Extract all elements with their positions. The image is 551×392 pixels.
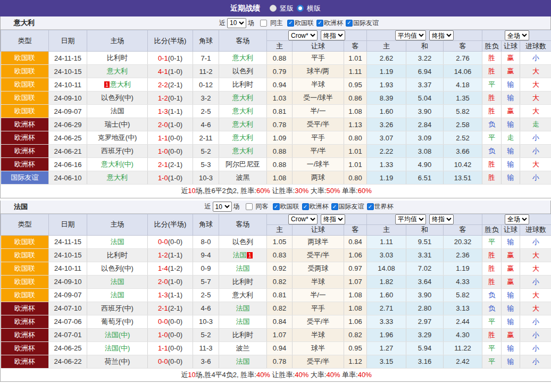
corner-cell: 4-6	[193, 118, 219, 131]
avg-home-odds: 1.11	[367, 235, 406, 248]
corner-cell: 10-3	[193, 171, 219, 185]
league-checkbox[interactable]: ✓	[302, 203, 309, 210]
col-away: 客场	[219, 214, 267, 235]
same-side-checkbox[interactable]	[246, 203, 253, 210]
fulltime-scope-select[interactable]: 全场	[505, 30, 529, 40]
league-checkbox[interactable]: ✓	[331, 203, 338, 210]
vertical-layout-radio[interactable]	[270, 5, 277, 12]
home-team-cell: 法国	[87, 105, 148, 118]
avg-odds-time-select[interactable]: 终指	[429, 30, 454, 40]
match-row: 欧洲杯 24-06-22 荷兰(中) 0-0(0-0) 3-6 法国 0.78 …	[1, 355, 551, 368]
fulltime-score: 1-0	[158, 174, 168, 182]
fulltime-score: 0-1	[158, 54, 168, 62]
result-wdl: 胜	[482, 328, 502, 341]
avg-draw-odds: 3.64	[406, 275, 444, 288]
match-type-badge: 欧国联	[1, 91, 49, 105]
result-goals: 大	[520, 302, 551, 315]
avg-company-select[interactable]: 平均值	[395, 214, 426, 224]
summary-segment: 让胜率:	[270, 187, 295, 195]
col-result-goals: 进球数	[520, 224, 551, 235]
fulltime-scope-select[interactable]: 全场	[505, 214, 529, 224]
avg-away-odds: 20.32	[444, 235, 482, 248]
team-section: 意大利 近 10 场 同主 ✓欧国联✓欧洲杯✓国际友谊	[0, 16, 551, 198]
fulltime-score: 1-3	[158, 291, 168, 299]
result-wdl: 负	[482, 118, 502, 131]
same-side-label: 同主	[270, 19, 283, 28]
league-checkbox[interactable]: ✓	[346, 20, 353, 27]
halftime-score: (0-0)	[168, 134, 182, 142]
match-count-select[interactable]: 10	[227, 18, 246, 28]
match-type-badge: 欧国联	[1, 65, 49, 78]
result-wdl: 平	[482, 235, 502, 248]
fulltime-score: 2-2	[158, 81, 168, 89]
avg-away-odds: 2.58	[444, 118, 482, 131]
crow-odds-time-select[interactable]: 终指	[321, 214, 345, 224]
horizontal-layout-radio[interactable]	[297, 5, 304, 12]
summary-segment: 单率:	[340, 187, 357, 195]
away-team-cell: 意大利	[219, 91, 267, 105]
home-team-name: 以色列(中)	[101, 264, 133, 272]
result-handicap: 输	[502, 315, 520, 328]
avg-draw-odds: 6.51	[406, 171, 444, 185]
away-team-cell: 意大利	[219, 131, 267, 145]
vertical-layout-label: 竖版	[280, 4, 294, 13]
league-checkbox[interactable]: ✓	[316, 20, 323, 27]
away-team-name: 波黑	[236, 173, 250, 181]
avg-odds-time-select[interactable]: 终指	[429, 214, 454, 224]
score-cell: 1-4(1-2)	[148, 262, 193, 275]
col-avg-draw: 和	[406, 224, 444, 235]
crow-company-select[interactable]: Crow*	[288, 214, 318, 224]
summary-segment: 60%	[256, 187, 270, 195]
avg-away-odds: 4.18	[444, 78, 482, 91]
halftime-score: (1-0)	[168, 278, 182, 286]
result-wdl: 胜	[482, 262, 502, 275]
corner-cell: 0-12	[193, 78, 219, 91]
avg-home-odds: 3.15	[367, 355, 406, 368]
match-type-badge: 欧洲杯	[1, 341, 49, 355]
avg-company-select[interactable]: 平均值	[395, 30, 426, 40]
halftime-score: (2-1)	[168, 161, 182, 169]
halftime-score: (2-1)	[168, 304, 182, 312]
crow-company-select[interactable]: Crow*	[288, 30, 318, 40]
avg-home-odds: 14.08	[367, 262, 406, 275]
home-team-cell: 1意大利	[87, 78, 148, 91]
crow-handicap-line: 受平/半	[293, 248, 344, 262]
col-type: 类型	[1, 30, 49, 52]
fulltime-score: 1-1	[158, 344, 168, 352]
crow-odds-time-select[interactable]: 终指	[321, 30, 345, 40]
fulltime-score: 1-0	[158, 147, 168, 155]
league-checkbox[interactable]: ✓	[287, 20, 294, 27]
league-checkbox[interactable]: ✓	[367, 203, 374, 210]
match-count-select[interactable]: 10	[213, 202, 232, 212]
same-side-checkbox[interactable]	[260, 20, 267, 27]
crow-away-odds: 1.11	[344, 65, 367, 78]
summary-segment: 60%	[358, 187, 372, 195]
away-team-cell: 波黑	[219, 171, 267, 185]
result-wdl: 胜	[482, 105, 502, 118]
league-checkbox[interactable]: ✓	[273, 203, 280, 210]
recent-label: 近	[205, 202, 211, 211]
fulltime-score: 1-2	[158, 94, 168, 102]
result-goals: 大	[520, 288, 551, 302]
league-label: 欧洲杯	[310, 202, 329, 211]
home-team-cell: 法国	[87, 275, 148, 288]
summary-segment: 大率:	[308, 187, 326, 195]
summary-segment: 40%	[358, 371, 372, 379]
results-table: 类型 日期 主场 比分(半场) 角球 客场 Crow*终指 平均值终指 全场	[1, 214, 551, 382]
crow-handicap-line: 平/半	[293, 145, 344, 158]
score-cell: 1-0(0-0)	[148, 145, 193, 158]
league-filters: ✓欧国联✓欧洲杯✓国际友谊✓世界杯	[270, 202, 394, 211]
col-home: 主场	[87, 30, 148, 52]
avg-away-odds: 1.35	[444, 91, 482, 105]
crow-home-odds: 1.08	[267, 171, 293, 185]
result-goals: 大	[520, 65, 551, 78]
avg-draw-odds: 2.80	[406, 302, 444, 315]
crow-handicap-line: 受平/半	[293, 355, 344, 368]
crow-home-odds: 0.84	[267, 315, 293, 328]
col-avg-draw: 和	[406, 41, 444, 52]
avg-draw-odds: 3.16	[406, 355, 444, 368]
fulltime-score: 1-4	[158, 264, 168, 272]
halftime-score: (1-0)	[168, 68, 182, 76]
match-date: 24-11-15	[49, 52, 87, 65]
summary-segment: 40%	[326, 371, 340, 379]
